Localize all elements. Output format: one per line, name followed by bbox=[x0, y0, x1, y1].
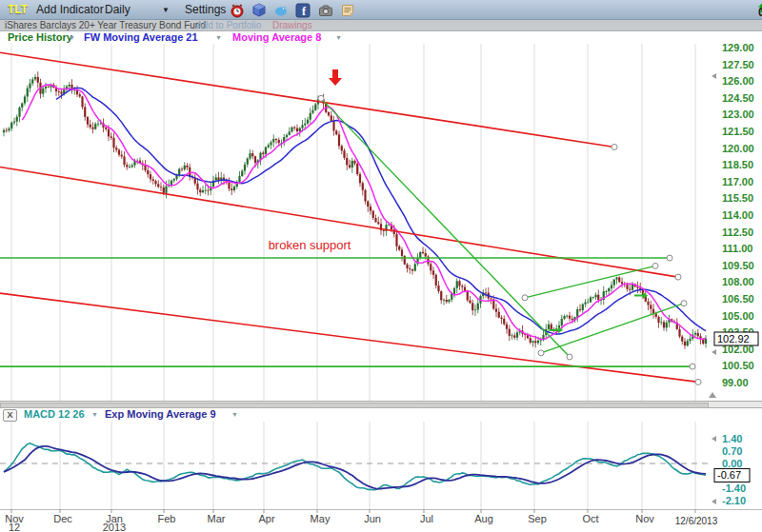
candle-body bbox=[530, 338, 531, 343]
price-history-dropdown[interactable]: Price History bbox=[8, 31, 72, 43]
candle-body bbox=[485, 293, 487, 294]
candle-body bbox=[613, 280, 615, 286]
candle-body bbox=[663, 322, 665, 327]
candle-body bbox=[590, 297, 592, 302]
macd-signal-line bbox=[4, 446, 706, 489]
candle-body bbox=[657, 317, 659, 323]
month-label: Nov bbox=[635, 513, 654, 524]
candle-body bbox=[474, 309, 476, 310]
candle-body bbox=[351, 161, 353, 167]
candle-body bbox=[370, 207, 371, 211]
axis-arrow-icon bbox=[712, 499, 716, 504]
candle-body bbox=[467, 291, 469, 300]
settings-button[interactable]: Settings bbox=[185, 3, 226, 16]
candle-body bbox=[422, 252, 424, 253]
end-date-label: 12/6/2013 bbox=[675, 516, 718, 526]
trendline-handle[interactable] bbox=[652, 263, 658, 268]
candle-body bbox=[268, 145, 270, 147]
candle-body bbox=[343, 150, 345, 158]
candle-body bbox=[495, 308, 497, 311]
alerts-icon[interactable] bbox=[230, 3, 245, 18]
timeframe-dropdown-arrow[interactable]: ▼ bbox=[162, 6, 170, 14]
candle-body bbox=[97, 124, 99, 125]
add-indicator-button[interactable]: Add Indicator bbox=[36, 3, 104, 16]
trendline[interactable] bbox=[541, 304, 684, 353]
chart-scrollbar[interactable] bbox=[0, 401, 762, 408]
camera-icon[interactable] bbox=[318, 3, 333, 18]
candle-body bbox=[291, 128, 292, 132]
candle-body bbox=[123, 156, 125, 165]
drawings-link[interactable]: Drawings bbox=[272, 20, 312, 30]
trendline-handle[interactable] bbox=[695, 379, 701, 384]
ma8-dropdown[interactable]: Moving Average 8 bbox=[232, 31, 321, 43]
price-chart-canvas[interactable]: broken support129.00127.50126.00124.5012… bbox=[0, 44, 762, 401]
twitter-icon[interactable] bbox=[273, 3, 289, 18]
price-axis-label: 117.00 bbox=[722, 176, 753, 187]
candle-body bbox=[569, 316, 571, 319]
candle-body bbox=[594, 295, 596, 298]
symbol-bar: iShares Barclays 20+ Year Treasury Bond … bbox=[0, 20, 762, 31]
candle-body bbox=[448, 300, 450, 302]
candle-body bbox=[551, 325, 552, 329]
candle-body bbox=[621, 282, 623, 284]
candle-body bbox=[705, 339, 707, 344]
month-label: Oct bbox=[582, 513, 598, 524]
macd-close-button[interactable]: X bbox=[3, 409, 17, 422]
ma21-dropdown[interactable]: FW Moving Average 21 bbox=[84, 31, 198, 43]
candle-body bbox=[27, 89, 29, 97]
add-to-portfolio-link[interactable]: Add to Portfolio bbox=[196, 20, 261, 30]
candle-body bbox=[147, 170, 149, 174]
candle-body bbox=[265, 148, 267, 154]
price-axis-label: 121.50 bbox=[722, 126, 754, 137]
candle-body bbox=[247, 158, 249, 164]
trendline-handle[interactable] bbox=[681, 301, 687, 306]
candle-body bbox=[587, 303, 589, 304]
price-axis-label: 99.00 bbox=[722, 377, 749, 388]
price-axis-label: 126.00 bbox=[722, 75, 754, 87]
candle-body bbox=[608, 288, 610, 291]
candle-body bbox=[170, 181, 172, 185]
candle-body bbox=[490, 299, 491, 300]
candle-body bbox=[272, 139, 274, 142]
candle-body bbox=[395, 234, 397, 246]
candle-body bbox=[660, 322, 662, 323]
ma8-dropdown-arrow[interactable]: ▼ bbox=[335, 34, 342, 41]
candle-body bbox=[702, 339, 704, 344]
trendline-handle[interactable] bbox=[675, 274, 681, 280]
trendline[interactable] bbox=[0, 52, 614, 147]
cube-icon[interactable] bbox=[251, 3, 267, 18]
trendline[interactable] bbox=[525, 266, 655, 297]
macd-chart-canvas[interactable]: 1.400.700.00-1.40-2.10-0.67 bbox=[0, 422, 762, 509]
candle-body bbox=[289, 131, 291, 134]
candle-body bbox=[383, 230, 385, 231]
trendline[interactable] bbox=[321, 98, 570, 357]
trendline-handle[interactable] bbox=[612, 144, 617, 149]
macd-signal-dropdown-arrow[interactable]: ▼ bbox=[231, 411, 238, 418]
candle-body bbox=[503, 319, 505, 325]
candle-body bbox=[79, 94, 81, 96]
macd-dropdown[interactable]: MACD 12 26 bbox=[24, 408, 85, 420]
macd-dropdown-arrow[interactable]: ▼ bbox=[91, 411, 98, 418]
candle-body bbox=[406, 265, 408, 268]
trendline-handle[interactable] bbox=[318, 95, 324, 101]
candle-body bbox=[425, 253, 427, 256]
candle-body bbox=[338, 134, 340, 146]
trendline-handle[interactable] bbox=[690, 364, 695, 369]
trendline-handle[interactable] bbox=[667, 255, 672, 261]
notes-icon[interactable] bbox=[340, 3, 355, 18]
macd-signal-dropdown[interactable]: Exp Moving Average 9 bbox=[105, 408, 216, 420]
candle-body bbox=[446, 300, 448, 302]
trendline-handle[interactable] bbox=[538, 350, 544, 356]
candle-body bbox=[411, 269, 413, 270]
fund-name: iShares Barclays 20+ Year Treasury Bond … bbox=[5, 20, 206, 30]
ma21-dropdown-arrow[interactable]: ▼ bbox=[215, 34, 222, 41]
price-history-dropdown-arrow[interactable]: ▼ bbox=[69, 34, 75, 41]
trendline-handle[interactable] bbox=[522, 295, 528, 301]
trendline[interactable] bbox=[0, 167, 678, 278]
candle-body bbox=[45, 87, 47, 89]
trendline[interactable] bbox=[0, 293, 698, 382]
facebook-icon[interactable]: f bbox=[295, 3, 311, 18]
timeframe-select[interactable]: Daily bbox=[105, 3, 130, 16]
trendline-handle[interactable] bbox=[567, 354, 572, 360]
candle-body bbox=[401, 249, 403, 256]
